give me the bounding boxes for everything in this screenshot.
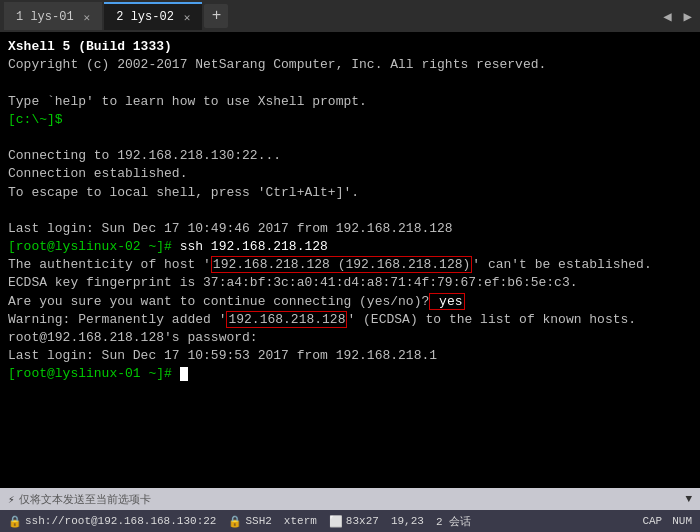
cursor-pos-text: 19,23 <box>391 515 424 527</box>
info-arrow[interactable]: ▼ <box>685 493 692 505</box>
tab-navigation: ◀ ▶ <box>659 6 696 27</box>
terminal-line-13: Warning: Permanently added '192.168.218.… <box>8 311 692 329</box>
terminal-line-1: Xshell 5 (Build 1333) <box>8 38 692 56</box>
status-right-area: CAP NUM <box>642 515 692 527</box>
terminal-line-3: Type `help' to learn how to use Xshell p… <box>8 93 692 111</box>
terminal-cursor <box>180 367 188 381</box>
terminal-line-7: To escape to local shell, press 'Ctrl+Al… <box>8 184 692 202</box>
connection-text: ssh://root@192.168.168.130:22 <box>25 515 216 527</box>
terminal-area[interactable]: Xshell 5 (Build 1333) Copyright (c) 2002… <box>0 32 700 488</box>
tab-label-2: 2 lys-02 <box>116 10 174 24</box>
terminal-line-10: The authenticity of host '192.168.218.12… <box>8 256 692 274</box>
tab-label: 1 lys-01 <box>16 10 74 24</box>
status-connection: 🔒 ssh://root@192.168.168.130:22 <box>8 515 216 528</box>
status-sessions: 2 会话 <box>436 514 471 529</box>
terminal-line-12: Are you sure you want to continue connec… <box>8 293 692 311</box>
terminal-line-4: [c:\~]$ <box>8 111 692 129</box>
info-bar: ⚡ 仅将文本发送至当前选项卡 ▼ <box>0 488 700 510</box>
terminal-line-16: [root@lyslinux-01 ~]# <box>8 365 692 383</box>
size-text: 83x27 <box>346 515 379 527</box>
tab-lys-02[interactable]: 2 lys-02 ✕ <box>104 2 202 30</box>
status-protocol: 🔒 SSH2 <box>228 515 271 528</box>
status-cursor: 19,23 <box>391 515 424 527</box>
terminal-line-6: Connection established. <box>8 165 692 183</box>
tab-close-2[interactable]: ✕ <box>184 11 191 24</box>
tab-add-button[interactable]: + <box>204 4 228 28</box>
status-size: ⬜ 83x27 <box>329 515 379 528</box>
terminal-line-blank1 <box>8 74 692 92</box>
tab-close-1[interactable]: ✕ <box>84 11 91 24</box>
lock-icon: 🔒 <box>8 515 22 528</box>
terminal-line-8: Last login: Sun Dec 17 10:49:46 2017 fro… <box>8 220 692 238</box>
tab-prev-button[interactable]: ◀ <box>659 6 675 27</box>
caps-status: CAP <box>642 515 662 527</box>
protocol-icon: 🔒 <box>228 515 242 528</box>
title-bar: 1 lys-01 ✕ 2 lys-02 ✕ + ◀ ▶ <box>0 0 700 32</box>
info-text: 仅将文本发送至当前选项卡 <box>19 492 682 507</box>
num-status: NUM <box>672 515 692 527</box>
terminal-line-15: Last login: Sun Dec 17 10:59:53 2017 fro… <box>8 347 692 365</box>
info-icon: ⚡ <box>8 493 15 506</box>
status-terminal: xterm <box>284 515 317 527</box>
sessions-text: 2 会话 <box>436 514 471 529</box>
terminal-line-blank3 <box>8 202 692 220</box>
tab-next-button[interactable]: ▶ <box>680 6 696 27</box>
protocol-text: SSH2 <box>245 515 271 527</box>
terminal-line-blank2 <box>8 129 692 147</box>
terminal-line-2: Copyright (c) 2002-2017 NetSarang Comput… <box>8 56 692 74</box>
terminal-type-text: xterm <box>284 515 317 527</box>
tab-lys-01[interactable]: 1 lys-01 ✕ <box>4 2 102 30</box>
terminal-line-14: root@192.168.218.128's password: <box>8 329 692 347</box>
terminal-line-5: Connecting to 192.168.218.130:22... <box>8 147 692 165</box>
terminal-line-9: [root@lyslinux-02 ~]# ssh 192.168.218.12… <box>8 238 692 256</box>
terminal-line-11: ECDSA key fingerprint is 37:a4:bf:3c:a0:… <box>8 274 692 292</box>
terminal-icon: ⬜ <box>329 515 343 528</box>
status-bar: 🔒 ssh://root@192.168.168.130:22 🔒 SSH2 x… <box>0 510 700 532</box>
